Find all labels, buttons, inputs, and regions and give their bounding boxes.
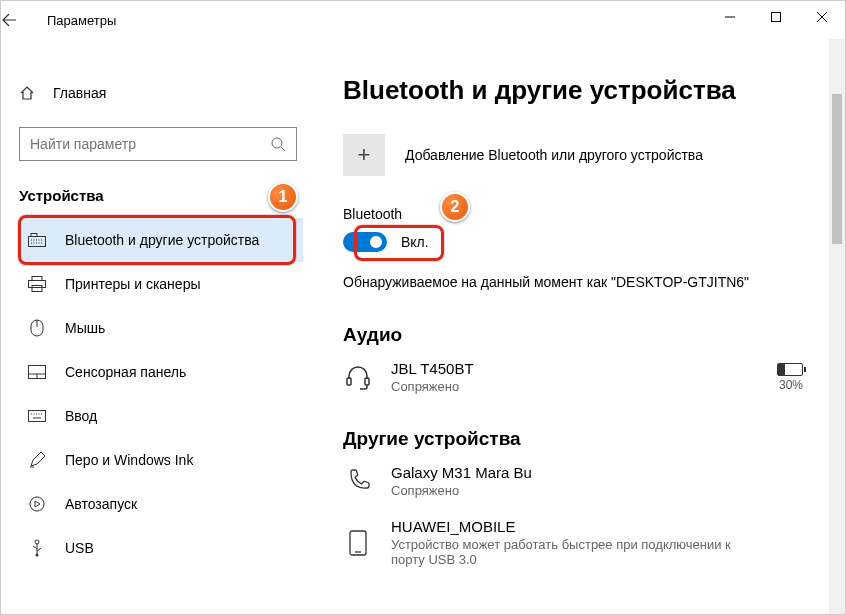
- usb-icon: [27, 539, 47, 557]
- other-device-row[interactable]: HUAWEI_MOBILE Устройство может работать …: [343, 518, 809, 567]
- device-status: Сопряжено: [391, 483, 741, 498]
- bluetooth-state: Вкл.: [401, 234, 429, 250]
- sidebar-item-label: Сенсорная панель: [65, 364, 186, 380]
- battery-icon: [777, 363, 803, 376]
- keyboard-small-icon: [27, 410, 47, 422]
- bluetooth-label: Bluetooth: [343, 206, 809, 222]
- battery-percent: 30%: [779, 378, 803, 392]
- svg-rect-11: [29, 281, 46, 288]
- sidebar-item-typing[interactable]: Ввод: [19, 394, 303, 438]
- headset-icon: [343, 362, 373, 392]
- svg-rect-26: [347, 378, 351, 385]
- sidebar-item-label: Автозапуск: [65, 496, 137, 512]
- search-input[interactable]: [30, 136, 270, 152]
- device-name: JBL T450BT: [391, 360, 759, 377]
- bluetooth-toggle[interactable]: [343, 232, 387, 252]
- bluetooth-toggle-row: Вкл.: [343, 232, 429, 252]
- svg-rect-7: [31, 234, 37, 237]
- window-controls: [707, 1, 845, 33]
- page-title: Bluetooth и другие устройства: [343, 75, 809, 106]
- home-icon: [19, 85, 37, 101]
- device-name: Galaxy M31 Mara Bu: [391, 464, 809, 481]
- other-device-row[interactable]: Galaxy M31 Mara Bu Сопряжено: [343, 464, 809, 498]
- device-name: HUAWEI_MOBILE: [391, 518, 809, 535]
- add-device-button[interactable]: + Добавление Bluetooth или другого устро…: [343, 134, 809, 176]
- sidebar-item-touchpad[interactable]: Сенсорная панель: [19, 350, 303, 394]
- sidebar-home-label: Главная: [53, 85, 106, 101]
- audio-device-row[interactable]: JBL T450BT Сопряжено 30%: [343, 360, 809, 394]
- sidebar-item-mouse[interactable]: Мышь: [19, 306, 303, 350]
- phone-icon: [343, 466, 373, 496]
- close-icon: [817, 12, 827, 22]
- svg-rect-18: [29, 411, 46, 422]
- sidebar-home[interactable]: Главная: [19, 73, 303, 113]
- discoverable-text: Обнаруживаемое на данный момент как "DES…: [343, 274, 809, 290]
- sidebar-item-label: USB: [65, 540, 94, 556]
- maximize-icon: [771, 12, 781, 22]
- play-icon: [27, 496, 47, 512]
- body: Главная Устройства Bluetooth и другие ус…: [1, 39, 845, 614]
- plus-icon: +: [343, 134, 385, 176]
- sidebar-list: Bluetooth и другие устройства Принтеры и…: [19, 218, 303, 570]
- window-title: Параметры: [47, 13, 116, 28]
- mobile-icon: [343, 528, 373, 558]
- sidebar-item-label: Принтеры и сканеры: [65, 276, 200, 292]
- maximize-button[interactable]: [753, 1, 799, 33]
- content-wrap: Bluetooth и другие устройства + Добавлен…: [313, 39, 845, 614]
- scrollbar-thumb[interactable]: [832, 94, 842, 244]
- sidebar-item-label: Мышь: [65, 320, 105, 336]
- svg-line-5: [281, 147, 285, 151]
- mouse-icon: [27, 319, 47, 337]
- touchpad-icon: [27, 365, 47, 379]
- sidebar-item-label: Перо и Windows Ink: [65, 452, 193, 468]
- add-device-label: Добавление Bluetooth или другого устройс…: [405, 147, 703, 163]
- sidebar-item-printers[interactable]: Принтеры и сканеры: [19, 262, 303, 306]
- minimize-icon: [725, 12, 735, 22]
- toggle-knob: [370, 236, 382, 248]
- battery-indicator: 30%: [777, 363, 803, 392]
- search-icon: [270, 136, 286, 152]
- sidebar-item-autoplay[interactable]: Автозапуск: [19, 482, 303, 526]
- sidebar-item-label: Bluetooth и другие устройства: [65, 232, 259, 248]
- scrollbar[interactable]: [829, 39, 845, 614]
- sidebar: Главная Устройства Bluetooth и другие ус…: [1, 39, 313, 614]
- svg-point-4: [272, 138, 282, 148]
- svg-rect-27: [365, 378, 369, 385]
- keyboard-icon: [27, 233, 47, 247]
- device-info: JBL T450BT Сопряжено: [391, 360, 759, 394]
- sidebar-group-title: Устройства: [19, 187, 303, 204]
- sidebar-item-pen[interactable]: Перо и Windows Ink: [19, 438, 303, 482]
- search-box[interactable]: [19, 127, 297, 161]
- arrow-left-icon: [1, 12, 17, 28]
- sidebar-item-usb[interactable]: USB: [19, 526, 303, 570]
- sidebar-item-bluetooth[interactable]: Bluetooth и другие устройства: [19, 218, 303, 262]
- sidebar-item-label: Ввод: [65, 408, 97, 424]
- back-button[interactable]: [1, 12, 47, 28]
- svg-rect-1: [772, 13, 781, 22]
- device-info: HUAWEI_MOBILE Устройство может работать …: [391, 518, 809, 567]
- minimize-button[interactable]: [707, 1, 753, 33]
- printer-icon: [27, 276, 47, 292]
- device-status: Устройство может работать быстрее при по…: [391, 537, 741, 567]
- other-heading: Другие устройства: [343, 428, 809, 450]
- svg-rect-10: [32, 277, 42, 281]
- svg-point-23: [35, 540, 39, 544]
- content: Bluetooth и другие устройства + Добавлен…: [313, 39, 829, 614]
- svg-rect-12: [32, 286, 42, 292]
- svg-point-22: [30, 497, 44, 511]
- device-info: Galaxy M31 Mara Bu Сопряжено: [391, 464, 809, 498]
- pen-icon: [27, 452, 47, 468]
- settings-window: Параметры Главная Устройства: [0, 0, 846, 615]
- device-status: Сопряжено: [391, 379, 741, 394]
- audio-heading: Аудио: [343, 324, 809, 346]
- close-button[interactable]: [799, 1, 845, 33]
- svg-rect-6: [29, 237, 46, 247]
- titlebar: Параметры: [1, 1, 845, 39]
- svg-point-25: [36, 554, 39, 557]
